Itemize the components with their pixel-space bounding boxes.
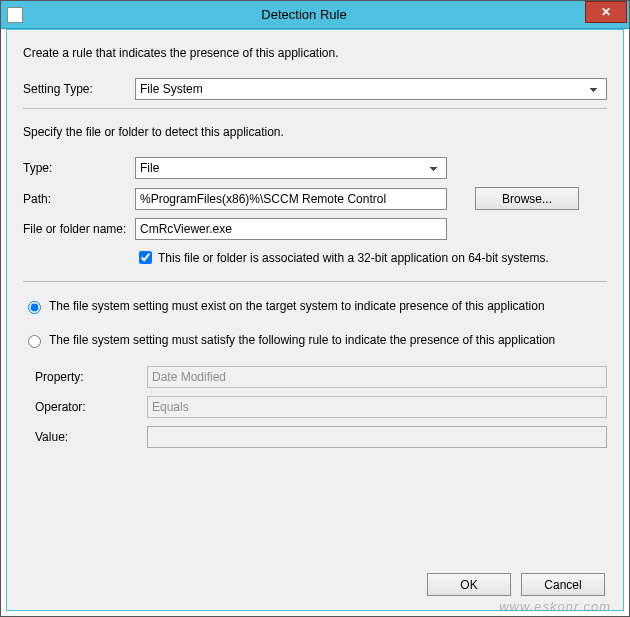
radio-satisfy-rule[interactable] xyxy=(28,335,41,348)
path-input[interactable] xyxy=(135,188,447,210)
specify-header: Specify the file or folder to detect thi… xyxy=(23,125,607,139)
property-label: Property: xyxy=(35,370,147,384)
titlebar: Detection Rule ✕ xyxy=(1,1,629,29)
system-menu-icon[interactable] xyxy=(7,7,23,23)
divider-1 xyxy=(23,108,607,109)
property-select: Date Modified xyxy=(147,366,607,388)
path-label: Path: xyxy=(23,192,135,206)
setting-type-select[interactable]: File System xyxy=(135,78,607,100)
radio-satisfy-rule-label: The file system setting must satisfy the… xyxy=(49,333,555,347)
radio-must-exist[interactable] xyxy=(28,301,41,314)
client-area: Create a rule that indicates the presenc… xyxy=(7,30,623,610)
assoc-32bit-checkbox[interactable] xyxy=(139,251,152,264)
ok-button[interactable]: OK xyxy=(427,573,511,596)
file-name-label: File or folder name: xyxy=(23,222,135,236)
operator-select: Equals xyxy=(147,396,607,418)
radio-must-exist-label: The file system setting must exist on th… xyxy=(49,299,545,313)
file-name-input[interactable] xyxy=(135,218,447,240)
value-input xyxy=(147,426,607,448)
divider-2 xyxy=(23,281,607,282)
close-icon: ✕ xyxy=(601,5,611,19)
browse-button[interactable]: Browse... xyxy=(475,187,579,210)
cancel-button[interactable]: Cancel xyxy=(521,573,605,596)
close-button[interactable]: ✕ xyxy=(585,1,627,23)
operator-label: Operator: xyxy=(35,400,147,414)
setting-type-label: Setting Type: xyxy=(23,82,135,96)
intro-text: Create a rule that indicates the presenc… xyxy=(23,46,607,60)
value-label: Value: xyxy=(35,430,147,444)
window-title: Detection Rule xyxy=(23,7,585,22)
type-label: Type: xyxy=(23,161,135,175)
type-select[interactable]: File xyxy=(135,157,447,179)
assoc-32bit-label: This file or folder is associated with a… xyxy=(158,251,549,265)
